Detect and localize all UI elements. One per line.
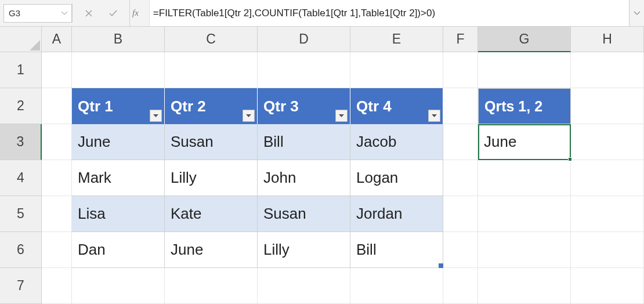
cell-E4[interactable]: Logan (350, 160, 443, 196)
name-box-wrap: G3 (0, 0, 72, 26)
col-head-G[interactable]: G (478, 27, 571, 52)
cell-G1[interactable] (478, 52, 571, 88)
col-head-H[interactable]: H (571, 27, 644, 52)
cell-G5[interactable] (478, 196, 571, 232)
row-head-6[interactable]: 6 (0, 232, 42, 268)
cell-E6[interactable]: Bill (350, 232, 443, 268)
result-header[interactable]: Qrts 1, 2 (478, 88, 571, 124)
cell-C6[interactable]: June (165, 232, 258, 268)
cell-C5[interactable]: Kate (165, 196, 258, 232)
formula-bar: G3 fx =FILTER(Table1[Qtr 2],COUNTIF(Tabl… (0, 0, 644, 27)
enter-button[interactable] (107, 8, 119, 19)
excel-window: G3 fx =FILTER(Table1[Qtr 2],COUNTIF(Tabl… (0, 0, 644, 304)
filter-dropdown-icon[interactable] (243, 110, 255, 122)
cell-F5[interactable] (443, 196, 478, 232)
cell-F7[interactable] (443, 268, 478, 304)
col-head-D[interactable]: D (258, 27, 350, 52)
cell-B7[interactable] (72, 268, 165, 304)
cell-D1[interactable] (258, 52, 350, 88)
col-head-E[interactable]: E (350, 27, 443, 52)
cell-B6[interactable]: Dan (72, 232, 165, 268)
cell-H1[interactable] (571, 52, 644, 88)
row-head-2[interactable]: 2 (0, 88, 42, 124)
table-header-qtr4[interactable]: Qtr 4 (350, 88, 443, 124)
row-head-5[interactable]: 5 (0, 196, 42, 232)
cell-C3[interactable]: Susan (165, 124, 258, 160)
cell-A5[interactable] (42, 196, 72, 232)
cell-E5[interactable]: Jordan (350, 196, 443, 232)
table-header-qtr1[interactable]: Qtr 1 (72, 88, 165, 124)
cell-B5[interactable]: Lisa (72, 196, 165, 232)
cell-B3[interactable]: June (72, 124, 165, 160)
table-header-qtr3[interactable]: Qtr 3 (258, 88, 350, 124)
filter-dropdown-icon[interactable] (335, 110, 348, 122)
cell-D7[interactable] (258, 268, 350, 304)
select-all-corner[interactable] (0, 27, 42, 52)
cell-F6[interactable] (443, 232, 478, 268)
cell-F3[interactable] (443, 124, 478, 160)
table-resize-handle-icon[interactable] (439, 263, 443, 268)
col-head-A[interactable]: A (42, 27, 72, 52)
cancel-button[interactable] (83, 8, 95, 19)
cell-F2[interactable] (443, 88, 478, 124)
cell-C1[interactable] (165, 52, 258, 88)
cell-G3[interactable]: June (478, 124, 571, 160)
cell-A1[interactable] (42, 52, 72, 88)
name-box-dropdown-icon[interactable] (60, 7, 69, 20)
name-box[interactable]: G3 (3, 4, 72, 23)
insert-function[interactable]: fx (129, 0, 149, 26)
cell-B1[interactable] (72, 52, 165, 88)
cell-H6[interactable] (571, 232, 644, 268)
table-header-qtr2[interactable]: Qtr 2 (165, 88, 258, 124)
cell-E1[interactable] (350, 52, 443, 88)
cell-A4[interactable] (42, 160, 72, 196)
cell-A7[interactable] (42, 268, 72, 304)
cell-G6[interactable] (478, 232, 571, 268)
cell-C4[interactable]: Lilly (165, 160, 258, 196)
cell-E3[interactable]: Jacob (350, 124, 443, 160)
cell-E7[interactable] (350, 268, 443, 304)
cell-D3[interactable]: Bill (258, 124, 350, 160)
cell-A2[interactable] (42, 88, 72, 124)
cell-G7[interactable] (478, 268, 571, 304)
row-head-3[interactable]: 3 (0, 124, 42, 160)
formula-bar-buttons (73, 0, 129, 26)
cell-C7[interactable] (165, 268, 258, 304)
cell-H7[interactable] (571, 268, 644, 304)
cell-D5[interactable]: Susan (258, 196, 350, 232)
cell-H3[interactable] (571, 124, 644, 160)
row-head-7[interactable]: 7 (0, 268, 42, 304)
fx-icon: fx (132, 8, 139, 18)
cell-D6[interactable]: Lilly (258, 232, 350, 268)
cell-G4[interactable] (478, 160, 571, 196)
cell-H5[interactable] (571, 196, 644, 232)
worksheet-grid[interactable]: A B C D E F G H 1 2 Qtr 1 Qtr 2 Qtr 3 (0, 27, 644, 304)
expand-formula-bar-button[interactable] (629, 0, 644, 26)
cell-A6[interactable] (42, 232, 72, 268)
cell-H4[interactable] (571, 160, 644, 196)
cell-F4[interactable] (443, 160, 478, 196)
cell-D4[interactable]: John (258, 160, 350, 196)
formula-text: =FILTER(Table1[Qtr 2],COUNTIF(Table1[Qtr… (153, 8, 435, 19)
cell-H2[interactable] (571, 88, 644, 124)
row-head-4[interactable]: 4 (0, 160, 42, 196)
name-box-value: G3 (9, 8, 20, 18)
cell-A3[interactable] (42, 124, 72, 160)
col-head-C[interactable]: C (165, 27, 258, 52)
col-head-B[interactable]: B (72, 27, 165, 52)
col-head-F[interactable]: F (443, 27, 478, 52)
filter-dropdown-icon[interactable] (150, 110, 162, 122)
cell-B4[interactable]: Mark (72, 160, 165, 196)
formula-input[interactable]: =FILTER(Table1[Qtr 2],COUNTIF(Table1[Qtr… (149, 0, 629, 26)
cell-F1[interactable] (443, 52, 478, 88)
filter-dropdown-icon[interactable] (428, 110, 440, 122)
row-head-1[interactable]: 1 (0, 52, 42, 88)
